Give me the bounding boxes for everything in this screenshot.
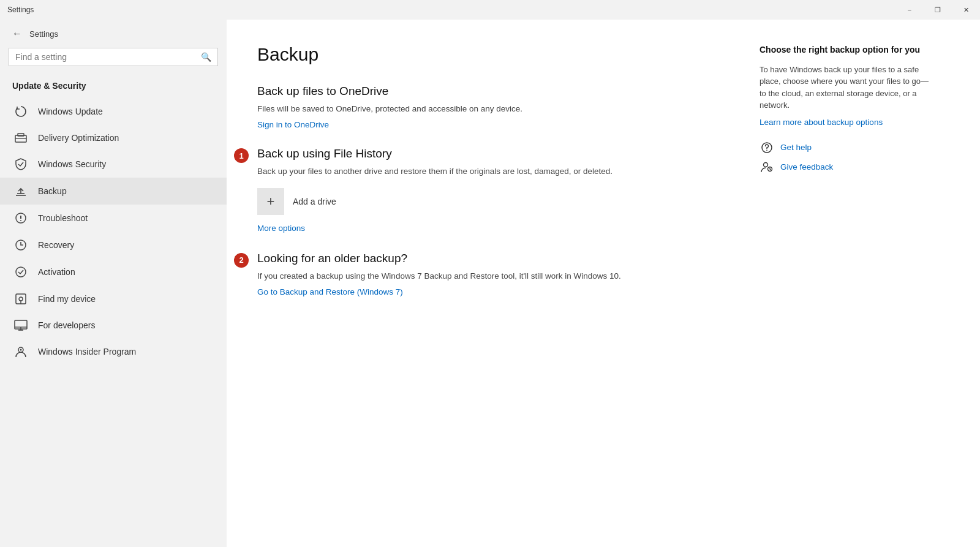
plus-icon: + (267, 195, 275, 208)
page-title: Backup (257, 44, 735, 65)
shield-icon (12, 158, 29, 170)
minimize-button[interactable]: − (895, 0, 924, 20)
file-history-section: 1 Back up using File History Back up you… (257, 147, 735, 233)
sign-in-onedrive-link[interactable]: Sign in to OneDrive (257, 120, 329, 129)
right-panel: Choose the right backup option for you T… (760, 44, 931, 522)
sidebar-item-backup[interactable]: Backup (0, 178, 227, 205)
get-help-label[interactable]: Get help (780, 143, 812, 152)
svg-point-5 (20, 220, 21, 221)
recovery-icon (12, 239, 29, 251)
right-panel-heading: Choose the right backup option for you (760, 44, 931, 56)
sidebar-item-windows-security[interactable]: Windows Security (0, 151, 227, 178)
search-box: 🔍 (9, 48, 218, 66)
sidebar-item-find-my-device[interactable]: Find my device (0, 285, 227, 312)
back-button[interactable]: ← Settings (0, 20, 227, 48)
svg-point-19 (764, 162, 768, 167)
back-arrow-icon: ← (12, 28, 22, 39)
step-badge-1: 1 (234, 148, 249, 163)
svg-point-16 (20, 349, 22, 351)
sidebar-item-delivery-optimization[interactable]: Delivery Optimization (0, 125, 227, 151)
search-icon[interactable]: 🔍 (201, 52, 211, 62)
sidebar-label-troubleshoot: Troubleshoot (38, 213, 88, 223)
svg-point-7 (16, 267, 26, 277)
older-backup-section: 2 Looking for an older backup? If you cr… (257, 252, 735, 297)
onedrive-desc: Files will be saved to OneDrive, protect… (257, 103, 735, 115)
troubleshoot-icon (12, 212, 29, 224)
add-drive-label: Add a drive (293, 197, 336, 206)
developers-icon (12, 320, 29, 331)
file-history-desc: Back up your files to another drive and … (257, 165, 735, 178)
add-drive-button[interactable]: + Add a drive (257, 188, 735, 215)
svg-rect-1 (18, 134, 24, 136)
svg-point-9 (19, 297, 23, 301)
sidebar-label-windows-security: Windows Security (38, 159, 106, 169)
sidebar-label-windows-insider: Windows Insider Program (38, 347, 136, 356)
give-feedback-icon (760, 161, 774, 173)
backup-restore-link[interactable]: Go to Backup and Restore (Windows 7) (257, 287, 403, 296)
onedrive-section: Back up files to OneDrive Files will be … (257, 85, 735, 130)
insider-icon (12, 345, 29, 358)
sidebar-label-find-my-device: Find my device (38, 294, 96, 304)
give-feedback-action[interactable]: Give feedback (760, 161, 931, 173)
add-drive-icon-box: + (257, 188, 284, 215)
content-main: Backup Back up files to OneDrive Files w… (257, 44, 735, 522)
sidebar-label-backup: Backup (38, 186, 67, 196)
sidebar-item-activation[interactable]: Activation (0, 258, 227, 285)
onedrive-heading: Back up files to OneDrive (257, 85, 735, 98)
sidebar-label-delivery-optimization: Delivery Optimization (38, 133, 119, 143)
update-icon (12, 105, 29, 118)
sidebar-item-recovery[interactable]: Recovery (0, 232, 227, 258)
get-help-icon (760, 141, 774, 154)
sidebar-label-activation: Activation (38, 267, 75, 277)
titlebar-controls: − ❐ ✕ (895, 0, 980, 20)
delivery-icon (12, 132, 29, 143)
titlebar-title: Settings (7, 6, 34, 14)
more-options-link[interactable]: More options (257, 224, 305, 233)
older-backup-heading: Looking for an older backup? (257, 252, 735, 265)
older-backup-desc: If you created a backup using the Window… (257, 270, 735, 282)
backup-nav-icon (12, 185, 29, 197)
maximize-button[interactable]: ❐ (924, 0, 952, 20)
sidebar-label-windows-update: Windows Update (38, 107, 103, 116)
sidebar-item-windows-insider[interactable]: Windows Insider Program (0, 338, 227, 365)
find-device-icon (12, 293, 29, 305)
back-label: Settings (29, 29, 58, 39)
sidebar-label-recovery: Recovery (38, 240, 74, 250)
give-feedback-label[interactable]: Give feedback (780, 162, 833, 172)
get-help-action[interactable]: Get help (760, 141, 931, 154)
app-container: ← Settings 🔍 Update & Security Windows U… (0, 20, 980, 547)
sidebar-item-for-developers[interactable]: For developers (0, 312, 227, 338)
sidebar-section-title: Update & Security (0, 76, 227, 98)
main-content: Backup Back up files to OneDrive Files w… (227, 20, 980, 547)
titlebar: Settings − ❐ ✕ (0, 0, 980, 20)
svg-point-18 (766, 149, 767, 151)
step-badge-2: 2 (234, 253, 249, 268)
activation-icon (12, 266, 29, 278)
sidebar-label-for-developers: For developers (38, 320, 95, 330)
learn-more-link[interactable]: Learn more about backup options (760, 118, 931, 127)
close-button[interactable]: ✕ (952, 0, 980, 20)
sidebar: ← Settings 🔍 Update & Security Windows U… (0, 20, 227, 547)
sidebar-item-windows-update[interactable]: Windows Update (0, 98, 227, 125)
sidebar-item-troubleshoot[interactable]: Troubleshoot (0, 205, 227, 232)
right-panel-desc: To have Windows back up your files to a … (760, 64, 931, 111)
file-history-heading: Back up using File History (257, 147, 735, 160)
search-input[interactable] (15, 52, 201, 62)
